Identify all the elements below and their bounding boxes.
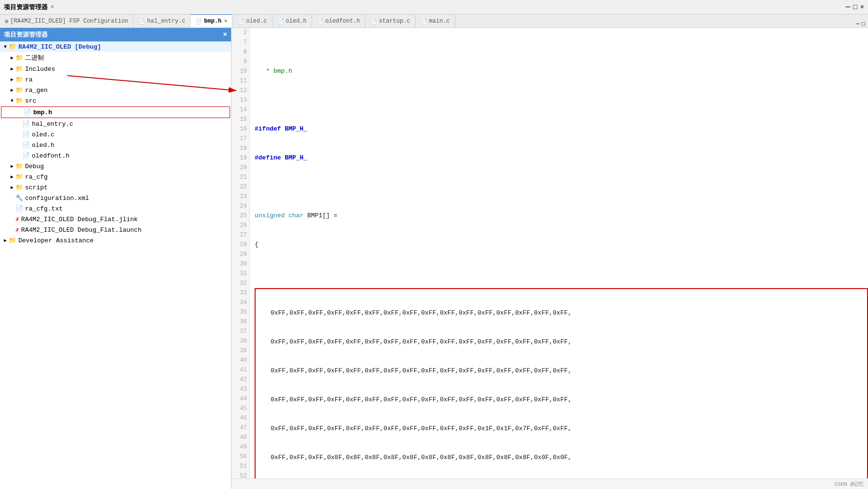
editor-area: 2 7 8 9 10 11 12 13 14 15 16 17 18 19 20…	[231, 28, 868, 489]
code-content[interactable]: * bmp.h #ifndef BMP_H_ #define BMP_H_ un…	[250, 28, 868, 478]
line-num-42: 42	[231, 375, 247, 384]
window-close-icon[interactable]: ×	[51, 4, 54, 11]
config-xml-file-icon: 🔧	[15, 194, 23, 202]
tree-item-ra-cfg-txt[interactable]: 📄 ra_cfg.txt	[0, 203, 231, 214]
line-num-11: 11	[231, 76, 247, 86]
ra-cfg-label: ra_cfg	[25, 173, 48, 181]
code-line-13: 0xFF,0xFF,0xFF,0xFF,0xFF,0xFF,0xFF,0xFF,…	[256, 308, 867, 318]
tree-item-bmp-h[interactable]: 📄 bmp.h	[1, 106, 230, 118]
tree-item-debug[interactable]: ▶ 📁 Debug	[0, 161, 231, 172]
sidebar-close-icon[interactable]: ×	[223, 31, 227, 39]
maximize-icon[interactable]: □	[853, 3, 857, 11]
line-num-13: 13	[231, 95, 247, 105]
includes-folder-icon: 📁	[15, 65, 23, 73]
line-num-49: 49	[231, 442, 247, 452]
line-num-7: 7	[231, 38, 247, 47]
hal-entry-icon: 📄	[138, 18, 145, 25]
main-c-icon: 📄	[420, 18, 427, 25]
line-num-22: 22	[231, 182, 247, 192]
fsp-icon: ⚙	[5, 18, 8, 25]
binary-folder-icon: 📁	[15, 54, 23, 62]
script-arrow-icon: ▶	[9, 185, 15, 190]
line-num-32: 32	[231, 278, 247, 288]
root-folder-icon: 📁	[9, 43, 16, 51]
close-icon[interactable]: ×	[860, 3, 864, 11]
tree-item-includes[interactable]: ▶ 📁 Includes	[0, 64, 231, 74]
code-line-11: unsigned char BMP1[] =	[255, 211, 868, 221]
tab-oledfont-h[interactable]: 📄 oledfont.h	[312, 15, 366, 27]
tab-fsp-label: [RA4M2_IIC_OLED] FSP Configuration	[10, 18, 128, 25]
src-label: src	[25, 97, 36, 105]
code-line-15: 0xFF,0xFF,0xFF,0xFF,0xFF,0xFF,0xFF,0xFF,…	[256, 366, 867, 376]
ra-folder-icon: 📁	[15, 76, 23, 83]
line-num-39: 39	[231, 346, 247, 356]
bmp-h-icon: 📄	[195, 18, 202, 25]
tab-bmp-h[interactable]: 📄 bmp.h ×	[190, 14, 232, 27]
tree-item-root[interactable]: ▼ 📁 RA4M2_IIC_OLED [Debug]	[0, 41, 231, 52]
line-num-24: 24	[231, 201, 247, 211]
tree-item-oledfont-h[interactable]: 📄 oledfont.h	[0, 150, 231, 161]
tree-item-jlink[interactable]: ✗ RA4M2_IIC_OLED Debug_Flat.jlink	[0, 214, 231, 225]
window-title: 项目资源管理器	[4, 3, 48, 12]
oled-h-tree-label: oled.h	[32, 142, 54, 149]
root-label: RA4M2_IIC_OLED [Debug]	[18, 43, 101, 51]
line-num-16: 16	[231, 124, 247, 134]
tree-item-oled-h[interactable]: 📄 oled.h	[0, 140, 231, 150]
code-line-7	[255, 95, 868, 105]
minimize-icon[interactable]: ─	[846, 3, 851, 12]
code-editor[interactable]: 2 7 8 9 10 11 12 13 14 15 16 17 18 19 20…	[231, 28, 868, 478]
line-num-40: 40	[231, 356, 247, 365]
tree-item-oled-c[interactable]: 📄 oled.c	[0, 129, 231, 140]
tab-oled-c[interactable]: 📄 oled.c	[232, 15, 272, 27]
sidebar: 项目资源管理器 × ▼ 📁 RA4M2_IIC_OLED [Debug] ▶ 📁…	[0, 28, 231, 489]
status-bar: CSDN @记忆	[231, 478, 868, 489]
tab-hal-entry[interactable]: 📄 hal_entry.c	[134, 15, 190, 27]
tree-item-ra[interactable]: ▶ 📁 ra	[0, 74, 231, 85]
line-num-41: 41	[231, 365, 247, 375]
tree-item-src[interactable]: ▼ 📁 src	[0, 95, 231, 106]
tree-item-binary[interactable]: ▶ 📁 二进制	[0, 52, 231, 64]
line-num-37: 37	[231, 327, 247, 336]
tree-item-ra-gen[interactable]: ▶ 📁 ra_gen	[0, 85, 231, 95]
sidebar-header: 项目资源管理器 ×	[0, 28, 231, 41]
line-num-44: 44	[231, 394, 247, 404]
ra-cfg-txt-file-icon: 📄	[15, 205, 23, 212]
tab-fsp[interactable]: ⚙ [RA4M2_IIC_OLED] FSP Configuration	[0, 15, 134, 27]
line-num-36: 36	[231, 317, 247, 327]
tree-item-launch[interactable]: ✗ RA4M2_IIC_OLED Debug_Flat.launch	[0, 225, 231, 235]
ra-arrow-icon: ▶	[9, 77, 15, 82]
line-num-38: 38	[231, 336, 247, 346]
red-box-region: 0xFF,0xFF,0xFF,0xFF,0xFF,0xFF,0xFF,0xFF,…	[255, 288, 868, 478]
tree-item-hal-entry-c[interactable]: 📄 hal_entry.c	[0, 119, 231, 129]
tree-item-dev-assist[interactable]: ▶ 📁 Developer Assistance	[0, 235, 231, 246]
tab-oled-h[interactable]: 📄 oled.h	[272, 15, 312, 27]
line-numbers: 2 7 8 9 10 11 12 13 14 15 16 17 18 19 20…	[231, 28, 250, 478]
tab-main-c[interactable]: 📄 main.c	[416, 15, 455, 27]
debug-label: Debug	[25, 163, 44, 170]
tab-window-controls: ─ □	[854, 21, 868, 27]
binary-arrow-icon: ▶	[9, 55, 15, 61]
bmp-h-tree-file-icon: 📄	[24, 108, 31, 116]
tab-startup-c-label: startup.c	[379, 18, 410, 25]
tree-item-script[interactable]: ▶ 📁 script	[0, 182, 231, 193]
app-container: 项目资源管理器 × ─ □ × ⚙ [RA4M2_IIC_OLED] FSP C…	[0, 0, 868, 489]
line-num-14: 14	[231, 105, 247, 115]
tab-bmp-close-icon[interactable]: ×	[224, 19, 227, 24]
tab-startup-c[interactable]: 📄 startup.c	[366, 15, 416, 27]
bmp-h-tree-label: bmp.h	[33, 109, 52, 116]
line-num-46: 46	[231, 413, 247, 423]
dev-assist-arrow-icon: ▶	[2, 238, 9, 243]
maximize-editor-icon[interactable]: □	[862, 21, 865, 27]
tree-item-ra-cfg[interactable]: ▶ 📁 ra_cfg	[0, 172, 231, 182]
tree-item-configuration-xml[interactable]: 🔧 configuration.xml	[0, 193, 231, 203]
script-label: script	[25, 184, 48, 191]
hal-entry-tree-file-icon: 📄	[22, 120, 30, 128]
ra-cfg-folder-icon: 📁	[15, 173, 23, 181]
line-num-17: 17	[231, 134, 247, 144]
minimize-editor-icon[interactable]: ─	[856, 21, 860, 27]
line-num-15: 15	[231, 115, 247, 124]
tab-main-c-label: main.c	[429, 18, 450, 25]
line-num-19: 19	[231, 153, 247, 163]
hal-entry-tree-label: hal_entry.c	[32, 120, 73, 128]
line-num-26: 26	[231, 221, 247, 230]
